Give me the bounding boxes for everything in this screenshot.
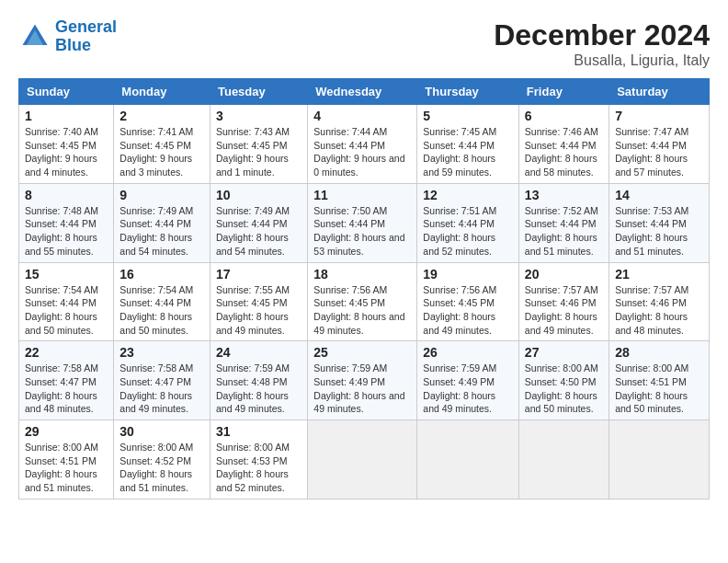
logo-text: General Blue	[55, 18, 117, 55]
day-number: 25	[313, 345, 411, 360]
calendar-cell: 18Sunrise: 7:56 AMSunset: 4:45 PMDayligh…	[308, 262, 417, 341]
weekday-header: Sunday	[19, 79, 114, 105]
calendar-cell: 4Sunrise: 7:44 AMSunset: 4:44 PMDaylight…	[308, 105, 417, 184]
day-number: 15	[25, 267, 108, 282]
day-detail: Sunrise: 8:00 AMSunset: 4:53 PMDaylight:…	[216, 441, 301, 495]
weekday-header: Thursday	[417, 79, 519, 105]
day-number: 23	[119, 345, 204, 360]
day-detail: Sunrise: 7:57 AMSunset: 4:46 PMDaylight:…	[525, 283, 603, 338]
calendar-week-row: 29Sunrise: 8:00 AMSunset: 4:51 PMDayligh…	[19, 420, 710, 500]
day-detail: Sunrise: 7:59 AMSunset: 4:49 PMDaylight:…	[423, 362, 513, 416]
day-number: 13	[525, 188, 603, 202]
day-number: 12	[423, 188, 513, 202]
day-number: 14	[615, 188, 703, 202]
calendar-cell: 16Sunrise: 7:54 AMSunset: 4:44 PMDayligh…	[114, 262, 210, 341]
weekday-header: Tuesday	[210, 79, 307, 105]
day-number: 28	[615, 345, 703, 360]
calendar-cell: 14Sunrise: 7:53 AMSunset: 4:44 PMDayligh…	[609, 183, 710, 262]
day-detail: Sunrise: 7:56 AMSunset: 4:45 PMDaylight:…	[423, 283, 513, 338]
day-number: 7	[615, 109, 703, 123]
location: Busalla, Liguria, Italy	[494, 52, 710, 69]
day-number: 1	[25, 109, 108, 123]
day-number: 2	[119, 109, 204, 123]
day-detail: Sunrise: 7:58 AMSunset: 4:47 PMDaylight:…	[25, 362, 108, 416]
day-detail: Sunrise: 7:45 AMSunset: 4:44 PMDaylight:…	[423, 125, 513, 179]
calendar-week-row: 8Sunrise: 7:48 AMSunset: 4:44 PMDaylight…	[19, 183, 710, 262]
day-detail: Sunrise: 7:53 AMSunset: 4:44 PMDaylight:…	[615, 204, 703, 259]
calendar-cell: 31Sunrise: 8:00 AMSunset: 4:53 PMDayligh…	[210, 420, 307, 500]
calendar-cell: 5Sunrise: 7:45 AMSunset: 4:44 PMDaylight…	[417, 105, 519, 184]
calendar-cell: 10Sunrise: 7:49 AMSunset: 4:44 PMDayligh…	[210, 183, 307, 262]
calendar-cell: 30Sunrise: 8:00 AMSunset: 4:52 PMDayligh…	[114, 420, 210, 500]
day-detail: Sunrise: 7:49 AMSunset: 4:44 PMDaylight:…	[119, 204, 204, 259]
calendar-cell: 24Sunrise: 7:59 AMSunset: 4:48 PMDayligh…	[210, 341, 307, 420]
calendar-cell: 21Sunrise: 7:57 AMSunset: 4:46 PMDayligh…	[609, 262, 710, 341]
calendar-cell: 27Sunrise: 8:00 AMSunset: 4:50 PMDayligh…	[518, 341, 609, 420]
day-detail: Sunrise: 8:00 AMSunset: 4:50 PMDaylight:…	[525, 362, 603, 416]
calendar-cell: 13Sunrise: 7:52 AMSunset: 4:44 PMDayligh…	[518, 183, 609, 262]
logo-icon	[18, 20, 51, 53]
calendar-cell: 20Sunrise: 7:57 AMSunset: 4:46 PMDayligh…	[518, 262, 609, 341]
day-number: 16	[119, 267, 204, 282]
weekday-header: Friday	[518, 79, 609, 105]
logo-line1: General	[55, 17, 117, 36]
day-detail: Sunrise: 8:00 AMSunset: 4:51 PMDaylight:…	[25, 441, 108, 495]
calendar-cell: 22Sunrise: 7:58 AMSunset: 4:47 PMDayligh…	[19, 341, 114, 420]
calendar-cell: 11Sunrise: 7:50 AMSunset: 4:44 PMDayligh…	[308, 183, 417, 262]
day-detail: Sunrise: 7:59 AMSunset: 4:49 PMDaylight:…	[313, 362, 411, 416]
calendar-week-row: 22Sunrise: 7:58 AMSunset: 4:47 PMDayligh…	[19, 341, 710, 420]
calendar-cell	[417, 420, 519, 500]
day-number: 24	[216, 345, 301, 360]
day-detail: Sunrise: 7:44 AMSunset: 4:44 PMDaylight:…	[313, 125, 411, 179]
day-number: 26	[423, 345, 513, 360]
calendar-cell: 7Sunrise: 7:47 AMSunset: 4:44 PMDaylight…	[609, 105, 710, 184]
weekday-header: Wednesday	[308, 79, 417, 105]
day-detail: Sunrise: 7:46 AMSunset: 4:44 PMDaylight:…	[525, 125, 603, 179]
logo-line2: Blue	[55, 36, 91, 54]
day-number: 31	[216, 424, 301, 439]
day-number: 10	[216, 188, 301, 202]
day-number: 29	[25, 424, 108, 439]
calendar-cell: 12Sunrise: 7:51 AMSunset: 4:44 PMDayligh…	[417, 183, 519, 262]
day-number: 22	[25, 345, 108, 360]
day-detail: Sunrise: 7:59 AMSunset: 4:48 PMDaylight:…	[216, 362, 301, 416]
page-header: General Blue December 2024 Busalla, Ligu…	[18, 18, 710, 69]
day-detail: Sunrise: 7:52 AMSunset: 4:44 PMDaylight:…	[525, 204, 603, 259]
day-number: 6	[525, 109, 603, 123]
calendar-cell: 17Sunrise: 7:55 AMSunset: 4:45 PMDayligh…	[210, 262, 307, 341]
calendar-cell: 9Sunrise: 7:49 AMSunset: 4:44 PMDaylight…	[114, 183, 210, 262]
weekday-header-row: SundayMondayTuesdayWednesdayThursdayFrid…	[19, 79, 710, 105]
day-number: 30	[119, 424, 204, 439]
day-number: 3	[216, 109, 301, 123]
day-detail: Sunrise: 7:43 AMSunset: 4:45 PMDaylight:…	[216, 125, 301, 179]
day-number: 4	[313, 109, 411, 123]
day-number: 20	[525, 267, 603, 282]
calendar-cell	[609, 420, 710, 500]
day-detail: Sunrise: 7:54 AMSunset: 4:44 PMDaylight:…	[119, 283, 204, 338]
calendar-cell: 23Sunrise: 7:58 AMSunset: 4:47 PMDayligh…	[114, 341, 210, 420]
day-detail: Sunrise: 7:57 AMSunset: 4:46 PMDaylight:…	[615, 283, 703, 338]
day-detail: Sunrise: 8:00 AMSunset: 4:52 PMDaylight:…	[119, 441, 204, 495]
calendar-cell: 6Sunrise: 7:46 AMSunset: 4:44 PMDaylight…	[518, 105, 609, 184]
calendar-cell: 29Sunrise: 8:00 AMSunset: 4:51 PMDayligh…	[19, 420, 114, 500]
calendar-cell	[308, 420, 417, 500]
calendar-table: SundayMondayTuesdayWednesdayThursdayFrid…	[18, 78, 710, 500]
day-number: 11	[313, 188, 411, 202]
day-detail: Sunrise: 7:40 AMSunset: 4:45 PMDaylight:…	[25, 125, 108, 179]
month-title: December 2024	[494, 18, 710, 52]
day-detail: Sunrise: 7:47 AMSunset: 4:44 PMDaylight:…	[615, 125, 703, 179]
calendar-cell	[518, 420, 609, 500]
calendar-cell: 2Sunrise: 7:41 AMSunset: 4:45 PMDaylight…	[114, 105, 210, 184]
calendar-cell: 8Sunrise: 7:48 AMSunset: 4:44 PMDaylight…	[19, 183, 114, 262]
day-number: 18	[313, 267, 411, 282]
calendar-cell: 15Sunrise: 7:54 AMSunset: 4:44 PMDayligh…	[19, 262, 114, 341]
calendar-cell: 25Sunrise: 7:59 AMSunset: 4:49 PMDayligh…	[308, 341, 417, 420]
day-detail: Sunrise: 7:56 AMSunset: 4:45 PMDaylight:…	[313, 283, 411, 338]
day-detail: Sunrise: 7:49 AMSunset: 4:44 PMDaylight:…	[216, 204, 301, 259]
day-number: 19	[423, 267, 513, 282]
logo: General Blue	[18, 18, 117, 55]
day-detail: Sunrise: 7:54 AMSunset: 4:44 PMDaylight:…	[25, 283, 108, 338]
calendar-cell: 19Sunrise: 7:56 AMSunset: 4:45 PMDayligh…	[417, 262, 519, 341]
day-number: 8	[25, 188, 108, 202]
calendar-cell: 28Sunrise: 8:00 AMSunset: 4:51 PMDayligh…	[609, 341, 710, 420]
